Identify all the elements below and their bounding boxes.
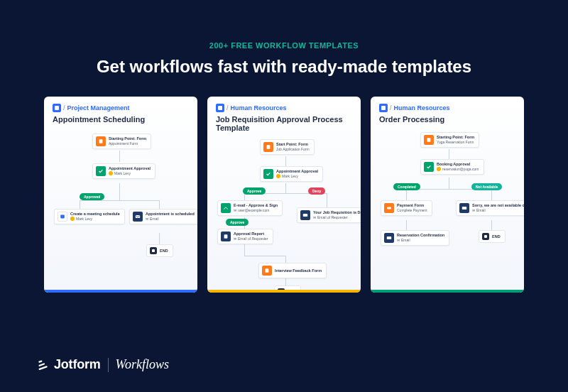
node-create-meeting: Create a meeting scheduleMark Levy	[54, 209, 125, 224]
node-end: END	[146, 244, 173, 257]
report-icon	[221, 232, 231, 241]
breadcrumb-category: Human Resources	[394, 104, 450, 111]
svg-rect-0	[99, 139, 103, 143]
workflow-icon	[53, 104, 61, 112]
breadcrumb: / Human Resources	[216, 104, 352, 112]
node-email-scheduled: Appointment is scheduled✉ Email	[129, 209, 197, 224]
svg-rect-11	[38, 360, 43, 363]
email-icon	[459, 203, 469, 213]
workflow-diagram: Start Point: FormJob Application Form Ap…	[216, 138, 352, 293]
form-icon	[263, 142, 273, 152]
svg-rect-7	[427, 138, 431, 142]
brand-logo: Jotform	[37, 357, 101, 372]
footer-divider	[108, 358, 109, 372]
product-name: Workflows	[116, 357, 169, 372]
svg-rect-3	[267, 145, 271, 149]
breadcrumb-slash: /	[226, 104, 229, 111]
workflow-icon	[379, 104, 388, 112]
node-end: END	[479, 230, 506, 243]
email-icon	[133, 212, 143, 222]
template-card-appointment[interactable]: / Project Management Appointment Schedul…	[44, 97, 197, 293]
calendar-icon	[58, 212, 67, 222]
svg-rect-6	[266, 268, 269, 273]
node-report: Approval Report✉ Email of Requester	[217, 229, 273, 244]
brand-name: Jotform	[54, 357, 101, 372]
end-icon	[278, 288, 285, 293]
workflow-diagram: Starting Point: FormAppointment Form App…	[53, 129, 189, 285]
email-icon	[384, 233, 394, 243]
template-card-order-processing[interactable]: / Human Resources Order Processing Start…	[371, 97, 524, 293]
node-approval: Appointment ApprovalMark Levy	[260, 166, 323, 182]
end-icon	[482, 233, 489, 240]
node-feedback: Interview Feedback Form	[258, 263, 327, 278]
svg-rect-8	[387, 207, 391, 209]
pill-completed: Completed	[393, 183, 420, 190]
form-icon	[96, 136, 106, 146]
breadcrumb: / Project Management	[53, 104, 189, 112]
approval-icon	[263, 169, 273, 179]
overline: 200+ FREE WORKFLOW TEMPLATES	[0, 0, 568, 50]
form-icon	[424, 135, 434, 145]
footer: Jotform Workflows	[37, 357, 169, 372]
node-denied: Your Job Requisition is Denied✉ Email of…	[297, 207, 361, 223]
approval-icon	[96, 166, 106, 176]
svg-rect-13	[38, 365, 48, 369]
svg-rect-10	[387, 236, 391, 239]
node-end: END	[274, 285, 301, 293]
node-approval: Booking Approvalreservation@yoga.com	[420, 159, 484, 175]
svg-rect-4	[224, 234, 228, 239]
payment-icon	[384, 203, 394, 213]
brand-mark-icon	[37, 359, 50, 371]
pill-not-available: Not Available	[471, 183, 502, 190]
node-payment: Payment FormComplete Payment	[381, 200, 432, 216]
card-title: Order Processing	[379, 115, 515, 124]
sign-icon	[221, 203, 231, 213]
breadcrumb-slash: /	[63, 104, 65, 111]
node-email-sign: E-mail · Approve & Sign✉ user@example.co…	[217, 200, 283, 216]
approval-icon	[424, 162, 434, 172]
node-sorry: Sorry, we are not available on t…✉ Email	[456, 200, 524, 216]
workflow-diagram: Starting Point: FormYoga Reservation For…	[379, 129, 515, 285]
svg-rect-1	[60, 215, 65, 219]
workflow-icon	[216, 104, 224, 112]
pill-approved: Approved	[80, 193, 104, 200]
node-approval: Appointment ApprovalMark Levy	[92, 163, 155, 179]
svg-rect-12	[38, 363, 45, 366]
node-start: Starting Point: FormAppointment Form	[92, 134, 151, 149]
breadcrumb: / Human Resources	[379, 104, 515, 112]
svg-rect-9	[462, 207, 466, 209]
pill-approve-2: Approve	[226, 219, 248, 226]
email-icon	[300, 210, 310, 220]
headline: Get workflows fast with ready-made templ…	[0, 57, 568, 77]
node-start: Start Point: FormJob Application Form	[260, 139, 315, 155]
node-start: Starting Point: FormYoga Reservation For…	[420, 132, 479, 148]
breadcrumb-category: Human Resources	[231, 104, 287, 111]
pill-approve: Approve	[243, 187, 266, 195]
end-icon	[150, 247, 157, 254]
breadcrumb-slash: /	[390, 104, 392, 111]
template-cards-row: / Project Management Appointment Schedul…	[0, 77, 568, 293]
pill-deny: Deny	[308, 187, 325, 195]
svg-rect-2	[136, 215, 140, 218]
breadcrumb-category: Project Management	[67, 104, 130, 111]
card-title: Job Requisition Approval Process Templat…	[216, 115, 352, 132]
node-confirm: Reservation Confirmation✉ Email	[381, 230, 449, 246]
card-title: Appointment Scheduling	[53, 115, 189, 124]
form-icon	[262, 266, 272, 276]
svg-rect-5	[303, 214, 307, 217]
template-card-job-requisition[interactable]: / Human Resources Job Requisition Approv…	[207, 97, 361, 293]
